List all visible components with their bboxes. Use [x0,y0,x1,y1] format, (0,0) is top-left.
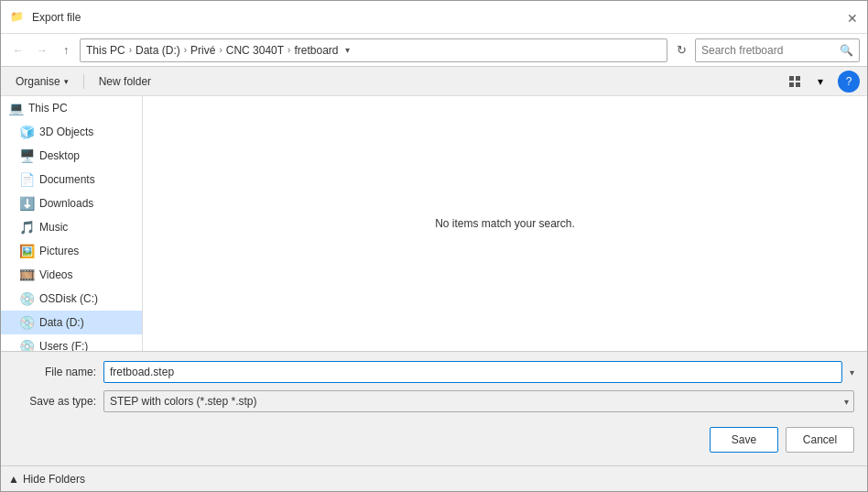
svg-rect-3 [796,82,800,87]
sidebar-item-3d-objects[interactable]: 🧊 3D Objects [1,120,142,144]
sidebar-item-label-downloads: Downloads [39,197,93,210]
sidebar-item-label-videos: Videos [39,268,72,281]
data-d-icon: 💿 [19,315,34,330]
savetype-label: Save as type: [14,395,96,408]
title-bar: 📁 Export file ✕ [1,1,867,34]
users-f-icon: 💿 [19,339,34,351]
sidebar-item-label-users-f: Users (F:) [39,340,88,351]
path-segment-fretboard: fretboard [294,44,338,57]
new-folder-label: New folder [99,75,151,88]
sidebar-item-this-pc[interactable]: 💻 This PC [1,96,142,120]
organise-dropdown-icon: ▾ [64,77,69,86]
save-button[interactable]: Save [710,427,778,453]
savetype-wrapper[interactable]: STEP with colors (*.step *.stp) [103,390,854,412]
filename-input[interactable] [103,361,842,383]
sidebar-item-downloads[interactable]: ⬇️ Downloads [1,191,142,215]
music-icon: 🎵 [19,220,34,235]
desktop-icon: 🖥️ [19,148,34,163]
main-content: 💻 This PC 🧊 3D Objects 🖥️ Desktop 📄 Docu… [1,96,867,351]
action-row: Save Cancel [14,420,854,456]
back-button[interactable]: ← [8,40,28,60]
sidebar-item-label-data-d: Data (D:) [39,316,84,329]
filename-label: File name: [14,366,96,378]
sidebar-item-music[interactable]: 🎵 Music [1,215,142,239]
view-dropdown-button[interactable]: ▾ [808,71,832,93]
sidebar-item-documents[interactable]: 📄 Documents [1,168,142,191]
address-bar: ← → ↑ This PC › Data (D:) › Privé › CNC … [1,34,867,67]
this-pc-icon: 💻 [8,101,23,115]
search-input[interactable] [701,44,840,57]
sidebar-item-osdisk[interactable]: 💿 OSDisk (C:) [1,287,142,311]
path-dropdown-arrow[interactable]: ▾ [345,45,350,55]
view-icon [788,75,801,88]
path-segment-cnc: CNC 3040T [226,44,284,57]
sidebar-item-desktop[interactable]: 🖥️ Desktop [1,144,142,168]
view-controls: ▾ ? [783,71,860,93]
sidebar-item-label-music: Music [39,221,68,234]
videos-icon: 🎞️ [19,268,34,282]
toolbar: Organise ▾ New folder ▾ ? [1,67,867,96]
sidebar-item-label-pictures: Pictures [39,245,79,257]
export-file-dialog: 📁 Export file ✕ ← → ↑ This PC › Data (D:… [0,0,868,492]
savetype-select[interactable]: STEP with colors (*.step *.stp) [103,390,854,412]
new-folder-button[interactable]: New folder [92,72,158,91]
cancel-button[interactable]: Cancel [786,427,854,453]
sidebar-item-label-osdisk: OSDisk (C:) [39,292,98,305]
path-segment-prive: Privé [190,44,215,57]
organise-label: Organise [16,75,60,88]
help-button[interactable]: ? [838,71,860,93]
up-button[interactable]: ↑ [56,40,76,60]
hide-folders-button[interactable]: ▲ Hide Folders [8,473,85,486]
savetype-row: Save as type: STEP with colors (*.step *… [14,390,854,412]
sidebar-item-users-f[interactable]: 💿 Users (F:) [1,334,142,351]
hide-folders-bar: ▲ Hide Folders [1,465,867,491]
title-bar-left: 📁 Export file [10,10,81,25]
sidebar-item-label-this-pc: This PC [28,102,68,115]
dialog-icon: 📁 [10,10,25,25]
toolbar-separator [83,74,84,89]
downloads-icon: ⬇️ [19,196,34,211]
search-icon[interactable]: 🔍 [840,44,853,57]
path-segment-datad: Data (D:) [136,44,180,57]
filename-row: File name: ▾ [14,361,854,383]
hide-folders-chevron: ▲ [8,473,19,486]
forward-button[interactable]: → [32,40,52,60]
3d-objects-icon: 🧊 [19,125,34,139]
search-box[interactable]: 🔍 [695,38,860,62]
osdisk-icon: 💿 [19,291,34,306]
bottom-section: File name: ▾ Save as type: STEP with col… [1,351,867,465]
dialog-title: Export file [32,11,81,24]
sidebar-item-label-documents: Documents [39,173,95,186]
sidebar-item-label-3d: 3D Objects [39,126,93,138]
pictures-icon: 🖼️ [19,244,34,258]
hide-folders-label: Hide Folders [23,473,85,486]
svg-rect-0 [789,76,794,81]
close-button[interactable]: ✕ [847,12,858,23]
documents-icon: 📄 [19,172,34,187]
empty-message: No items match your search. [435,217,575,230]
address-path[interactable]: This PC › Data (D:) › Privé › CNC 3040T … [80,38,667,62]
svg-rect-1 [796,76,800,81]
content-area: No items match your search. [143,96,867,351]
sidebar-item-pictures[interactable]: 🖼️ Pictures [1,239,142,263]
filename-dropdown-arrow: ▾ [850,367,854,377]
organise-button[interactable]: Organise ▾ [8,72,76,91]
sidebar-item-label-desktop: Desktop [39,149,80,162]
svg-rect-2 [789,82,794,87]
sidebar: 💻 This PC 🧊 3D Objects 🖥️ Desktop 📄 Docu… [1,96,143,351]
view-button[interactable] [783,71,807,93]
sidebar-item-data-d[interactable]: 💿 Data (D:) [1,311,142,334]
sidebar-item-videos[interactable]: 🎞️ Videos [1,263,142,287]
refresh-button[interactable]: ↻ [671,40,691,60]
path-segment-thispc: This PC [86,44,125,57]
